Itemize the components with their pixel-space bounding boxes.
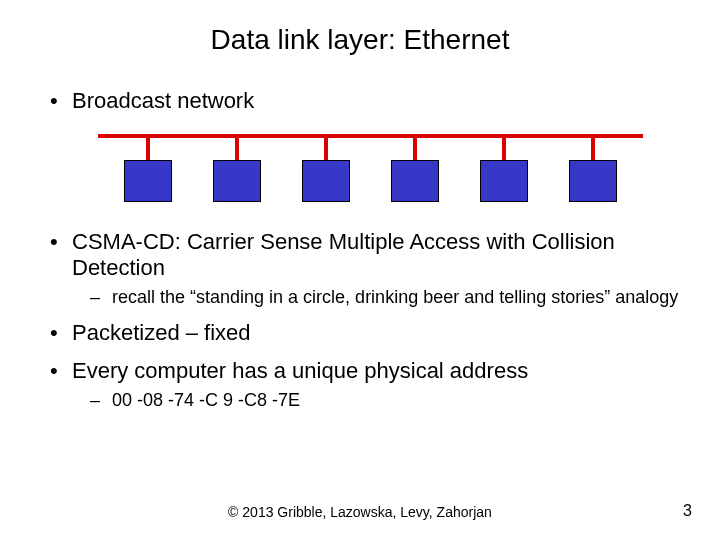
network-node — [124, 160, 172, 202]
slide-title: Data link layer: Ethernet — [0, 0, 720, 76]
network-node — [213, 160, 261, 202]
drop-line — [591, 138, 595, 160]
copyright-footer: © 2013 Gribble, Lazowska, Levy, Zahorjan — [0, 504, 720, 520]
page-number: 3 — [683, 502, 692, 520]
network-node — [480, 160, 528, 202]
bullet-broadcast: Broadcast network — [50, 88, 690, 114]
sub-bullet-mac: 00 -08 -74 -C 9 -C8 -7E — [90, 390, 690, 411]
drop-line — [413, 138, 417, 160]
network-node — [391, 160, 439, 202]
ethernet-bus-diagram — [98, 134, 643, 209]
bullet-csma: CSMA-CD: Carrier Sense Multiple Access w… — [50, 229, 690, 281]
bullet-address: Every computer has a unique physical add… — [50, 358, 690, 384]
network-node — [302, 160, 350, 202]
drop-line — [324, 138, 328, 160]
drop-line — [502, 138, 506, 160]
network-node — [569, 160, 617, 202]
drop-line — [146, 138, 150, 160]
sub-bullet-analogy: recall the “standing in a circle, drinki… — [90, 287, 690, 308]
bullet-packetized: Packetized – fixed — [50, 320, 690, 346]
bus-line — [98, 134, 643, 138]
slide-content: Broadcast network CSMA-CD: Carrier Sense… — [0, 88, 720, 411]
drop-line — [235, 138, 239, 160]
